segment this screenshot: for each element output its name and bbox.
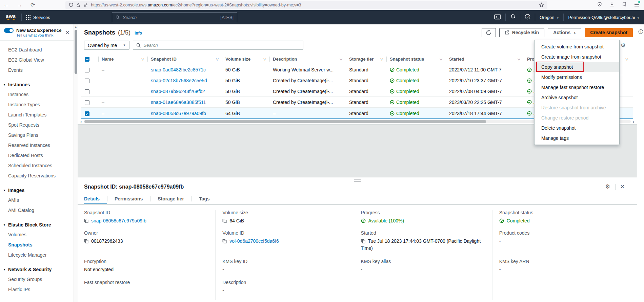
account-menu[interactable]: Permission-QA/llu@stellarcyber.ai▼ [568,15,640,20]
copy-icon[interactable] [84,219,88,223]
sidebar-item-savings-plans[interactable]: Savings Plans [0,130,74,140]
sidebar-item-elastic-ips[interactable]: Elastic IPs [0,284,74,295]
sidebar-item-dedicated-hosts[interactable]: Dedicated Hosts [0,150,74,160]
sidebar-item-capacity-reservations[interactable]: Capacity Reservations [0,171,74,181]
sidebar-scrollbar[interactable]: ▲ [74,24,78,302]
menu-item-manage-fast-snapshot-restore[interactable]: Manage fast snapshot restore [535,82,619,92]
column-header-name[interactable]: Name▽ [98,54,147,64]
sort-icon[interactable]: ▽ [516,57,520,61]
row-checkbox[interactable] [85,111,89,116]
bookmark-star-icon[interactable] [539,2,544,7]
snapshot-id-link[interactable]: snap-08058c67e979a09fb [151,111,206,116]
menu-item-create-volume-from-snapshot[interactable]: Create volume from snapshot [535,42,619,52]
info-link[interactable]: Info [135,31,142,36]
snapshot-id-link[interactable]: snap-01ae68a6a3885f511 [151,100,206,105]
sidebar-item-instances[interactable]: Instances [0,89,74,100]
global-search-input[interactable]: Search [Alt+S] [112,12,237,22]
permissions-icon[interactable] [83,3,88,7]
copy-icon[interactable] [84,239,88,243]
sort-icon[interactable]: ▽ [139,57,144,61]
tab-permissions[interactable]: Permissions [107,193,150,204]
sidebar-item-ami-catalog[interactable]: AMI Catalog [0,205,74,215]
sidebar-item-volumes[interactable]: Volumes [0,230,74,240]
column-header-snapshot-id[interactable]: Snapshot ID▽ [147,54,222,64]
sidebar-item-events[interactable]: Events [0,65,74,75]
tab-details[interactable]: Details [84,193,107,204]
library-icon[interactable] [622,2,627,8]
address-bar[interactable]: https://us-west-2.console.aws.amazon.com… [65,1,547,9]
sort-icon[interactable]: ▽ [261,57,266,61]
sidebar-section-instances[interactable]: ▼Instances [0,79,74,89]
help-icon[interactable]: ? [525,14,530,21]
aws-logo[interactable]: aws [5,14,17,21]
panel-settings-gear-icon[interactable]: ⚙ [605,183,610,190]
panel-close-icon[interactable]: ✕ [620,184,625,190]
sidebar-item-lifecycle-manager[interactable]: Lifecycle Manager [0,250,74,260]
protections-shield-icon[interactable] [597,2,602,8]
services-menu[interactable]: Services [26,15,50,20]
column-header-description[interactable]: Description▽ [269,54,346,64]
notifications-bell-icon[interactable] [510,14,516,21]
lock-icon[interactable] [76,3,80,7]
sort-icon[interactable]: ▽ [338,57,342,61]
menu-item-copy-snapshot[interactable]: Copy snapshot [535,62,619,72]
tab-tags[interactable]: Tags [192,193,217,204]
sidebar-item-snapshots[interactable]: Snapshots [0,240,74,250]
sort-icon[interactable]: ▽ [214,57,219,61]
sidebar-item-launch-templates[interactable]: Launch Templates [0,110,74,120]
info-icon[interactable]: i [638,29,643,302]
cloudshell-icon[interactable] [494,14,501,21]
sidebar-section-elastic-block-store[interactable]: ▼Elastic Block Store [0,219,74,230]
copy-icon[interactable] [222,219,227,223]
menu-item-archive-snapshot[interactable]: Archive snapshot [535,92,619,103]
menu-item-create-image-from-snapshot[interactable]: Create image from snapshot [535,52,619,62]
snapshot-id-link[interactable]: snap-0879b96243f26efb2 [151,89,205,94]
tracking-shield-icon[interactable] [69,2,74,7]
tab-storage-tier[interactable]: Storage tier [150,193,192,204]
sidebar-item-reserved-instances[interactable]: Reserved Instances [0,140,74,150]
actions-button[interactable]: Actions▲ [548,28,581,37]
browser-back-icon[interactable]: ← [3,2,9,8]
column-header-volume-size[interactable]: Volume size▽ [222,54,269,64]
select-all-checkbox[interactable] [85,57,89,62]
region-selector[interactable]: Oregon▼ [540,15,559,20]
menu-item-manage-tags[interactable]: Manage tags [535,133,619,143]
row-checkbox[interactable] [85,89,89,94]
scroll-up-icon[interactable]: ▲ [74,24,78,28]
sidebar-item-security-groups[interactable]: Security Groups [0,274,74,284]
sidebar-item-ec2-global-view[interactable]: EC2 Global View [0,55,74,65]
sidebar-item-spot-requests[interactable]: Spot Requests [0,120,74,130]
sort-icon[interactable]: ▽ [378,57,383,61]
menu-item-modify-permissions[interactable]: Modify permissions [535,72,619,82]
panel-resize-handle[interactable] [354,179,361,181]
column-header-started[interactable]: Started▽ [446,54,524,64]
column-header-snapshot-status[interactable]: Snapshot status▽ [386,54,446,64]
sidebar-section-network-security[interactable]: ▼Network & Security [0,264,74,274]
browser-forward-icon[interactable]: → [17,2,22,8]
recycle-bin-button[interactable]: Recycle Bin [499,28,544,37]
menu-item-delete-snapshot[interactable]: Delete snapshot [535,123,619,133]
sort-icon[interactable]: ▽ [623,57,628,61]
create-snapshot-button[interactable]: Create snapshot [585,28,633,37]
column-header-storage-tier[interactable]: Storage tier▽ [346,54,386,64]
browser-menu-icon[interactable] [634,2,639,8]
ownership-filter-dropdown[interactable]: Owned by me▼ [84,41,129,50]
new-experience-toggle[interactable] [4,28,14,33]
scrollbar-thumb[interactable] [84,120,486,123]
downloads-icon[interactable] [609,2,615,8]
snapshot-id-link[interactable]: snap-0ad0482fbe2c8571c [151,67,206,72]
copy-icon[interactable] [222,239,227,243]
refresh-button[interactable] [482,28,496,37]
banner-feedback-link[interactable]: Tell us what you think [16,33,70,37]
scroll-right-icon[interactable]: › [631,120,636,124]
browser-reload-icon[interactable]: ⟳ [31,2,35,8]
table-search-input[interactable]: Search [133,41,303,50]
row-checkbox[interactable] [85,100,89,105]
sidebar-item-scheduled-instances[interactable]: Scheduled Instances [0,160,74,171]
sort-icon[interactable]: ▽ [438,57,442,61]
row-checkbox[interactable] [85,68,89,72]
table-settings-gear-icon[interactable]: ⚙ [621,43,626,48]
sidebar-item-amis[interactable]: AMIs [0,195,74,205]
scrollbar-thumb[interactable] [75,30,77,74]
scroll-left-icon[interactable]: ‹ [79,120,83,124]
